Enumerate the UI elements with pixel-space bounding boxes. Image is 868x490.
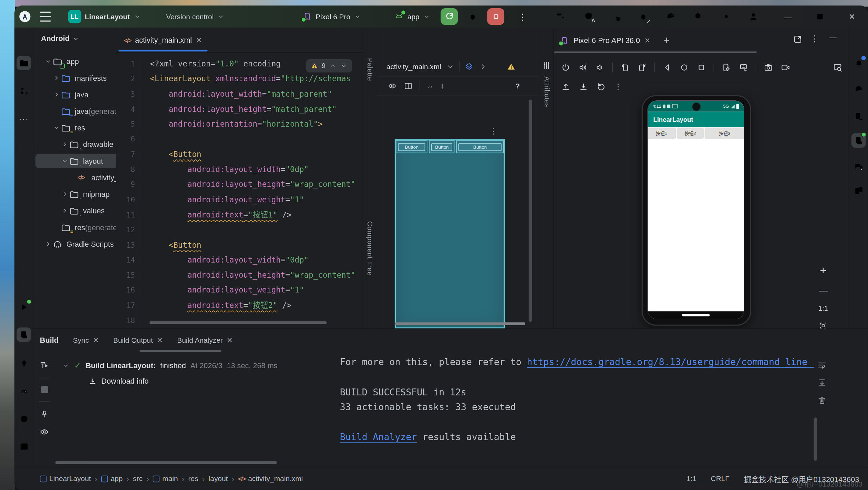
- tree-item-values[interactable]: ◦values: [33, 202, 116, 219]
- device-mirroring-icon[interactable]: [851, 183, 866, 198]
- device-tab-close-icon[interactable]: ✕: [644, 36, 651, 44]
- breadcrumb-item-src[interactable]: src: [133, 475, 143, 483]
- tree-item-gradle-scripts[interactable]: Gradle Scripts: [33, 236, 116, 252]
- gradle-tool-icon[interactable]: [851, 82, 866, 96]
- app-insights-icon[interactable]: [17, 356, 31, 371]
- breadcrumb-item-res[interactable]: res: [188, 475, 198, 483]
- sync-files-icon[interactable]: A: [582, 10, 595, 23]
- more-tool-windows-icon[interactable]: ···: [17, 111, 31, 126]
- build-stop-icon[interactable]: [41, 386, 48, 393]
- line-ending[interactable]: CRLF: [711, 475, 730, 483]
- device-selector[interactable]: Pixel 6 Pro: [302, 6, 361, 28]
- soft-wrap-icon[interactable]: [817, 360, 827, 370]
- editor-hscrollbar[interactable]: [149, 321, 327, 324]
- devices-minimize-icon[interactable]: —: [829, 32, 837, 41]
- design-help[interactable]: ?: [515, 82, 520, 90]
- main-menu-icon[interactable]: [40, 6, 51, 28]
- tab-activity-main-xml[interactable]: </> activity_main.xml ✕: [118, 30, 207, 50]
- build-status-row[interactable]: ✓ Build LinearLayout: finished At 2026/3…: [62, 358, 322, 373]
- design-hscrollbar[interactable]: [395, 322, 525, 325]
- build-project-icon[interactable]: [554, 10, 568, 23]
- palette-label[interactable]: Palette: [366, 58, 374, 81]
- open-in-window-icon[interactable]: [793, 34, 803, 44]
- breadcrumb-item-main[interactable]: main: [153, 475, 178, 483]
- scroll-to-end-icon[interactable]: [817, 378, 827, 388]
- run-tool-icon[interactable]: [17, 300, 31, 314]
- expand-h-icon[interactable]: ↔: [427, 82, 434, 90]
- rerun-button[interactable]: [441, 8, 458, 25]
- notifications-icon[interactable]: [851, 56, 866, 71]
- tree-item-java[interactable]: ✳java (generated): [33, 103, 116, 119]
- attach-debugger-icon[interactable]: ↗: [637, 10, 650, 23]
- console-vscrollbar[interactable]: [814, 417, 817, 460]
- tab-build-output[interactable]: Build Output✕: [113, 336, 163, 344]
- zoom-level[interactable]: 1:1: [818, 305, 828, 313]
- settings-icon[interactable]: [720, 10, 733, 23]
- search-everywhere-icon[interactable]: [692, 10, 705, 23]
- window-maximize-icon[interactable]: [813, 10, 827, 23]
- emulator-button-1[interactable]: 按钮1: [648, 128, 675, 138]
- build-panel-title[interactable]: Build: [40, 336, 59, 344]
- tab-close-icon[interactable]: ✕: [196, 36, 202, 44]
- run-config-selector[interactable]: app: [394, 6, 431, 28]
- blueprint-phone-surface[interactable]: ButtonButtonButton: [395, 139, 505, 329]
- project-widget[interactable]: LL LinearLayout: [68, 6, 141, 28]
- blueprint-button-cell[interactable]: Button: [429, 140, 455, 153]
- new-device-tab-icon[interactable]: +: [664, 34, 670, 46]
- tree-item-app[interactable]: app: [33, 53, 116, 70]
- download-info-row[interactable]: Download info: [62, 373, 322, 389]
- build-tabbar-scroll[interactable]: [140, 350, 221, 352]
- tree-item-res[interactable]: ≡res: [33, 119, 116, 136]
- tree-item-activity-main-xml[interactable]: </>activity_main.xml: [33, 169, 116, 186]
- code-area[interactable]: 1<?xml version="1.0" encoding2<LinearLay…: [116, 56, 362, 329]
- device-manager-icon[interactable]: [851, 109, 866, 124]
- tab-build-analyzer[interactable]: Build Analyzer✕: [177, 336, 232, 344]
- breadcrumb-item-activity-main-xml[interactable]: </>activity_main.xml: [238, 475, 303, 483]
- component-tree-label[interactable]: Component Tree: [366, 221, 374, 276]
- emulator-button-3[interactable]: 按钮3: [705, 128, 744, 138]
- breadcrumb-item-layout[interactable]: layout: [209, 475, 228, 483]
- project-view-selector[interactable]: Android: [41, 34, 80, 43]
- pin-icon[interactable]: [39, 409, 49, 419]
- tree-item-layout[interactable]: ◦layout: [33, 153, 116, 169]
- devices-more-icon[interactable]: ⋮: [810, 33, 819, 44]
- breadcrumb-item-linearlayout[interactable]: LinearLayout: [40, 475, 91, 483]
- profile-icon[interactable]: [747, 10, 760, 23]
- run-more-icon[interactable]: ⋮: [516, 10, 529, 23]
- logcat-tool-icon[interactable]: [17, 384, 31, 398]
- tree-item-manifests[interactable]: manifests: [33, 70, 116, 86]
- caret-position[interactable]: 1:1: [686, 475, 696, 483]
- task-list-icon[interactable]: [609, 10, 622, 23]
- terminal-tool-icon[interactable]: [17, 439, 31, 454]
- resource-manager-icon[interactable]: [17, 84, 31, 98]
- project-tool-icon[interactable]: [17, 56, 31, 70]
- stop-button[interactable]: [487, 8, 504, 25]
- zoom-fit-icon[interactable]: [819, 321, 828, 329]
- inspection-widget[interactable]: 9: [306, 59, 352, 73]
- blueprint-button-cell[interactable]: Button: [396, 140, 427, 153]
- gradle-sync-icon[interactable]: [664, 10, 678, 23]
- zoom-in-icon[interactable]: +: [820, 264, 826, 277]
- blueprint-button-cell[interactable]: Button: [456, 140, 504, 153]
- running-devices-icon[interactable]: [851, 133, 866, 148]
- vcs-widget[interactable]: Version control: [166, 6, 225, 28]
- console-link[interactable]: Build Analyzer: [340, 432, 417, 443]
- android-studio-logo-icon[interactable]: [18, 6, 32, 28]
- tree-item-mipmap[interactable]: ◦mipmap: [33, 186, 116, 202]
- tree-item-res[interactable]: ≡res (generated): [33, 219, 116, 235]
- build-hammer-icon[interactable]: [39, 360, 49, 370]
- filter-eye-icon[interactable]: [39, 427, 49, 437]
- surface-more-icon[interactable]: ⋮: [489, 126, 498, 136]
- attributes-label[interactable]: Attributes: [543, 76, 551, 108]
- build-hscrollbar[interactable]: [55, 461, 277, 464]
- build-console[interactable]: For more on this, please refer to https:…: [340, 354, 814, 462]
- tree-item-java[interactable]: java: [33, 86, 116, 103]
- expand-v-icon[interactable]: ↕: [441, 82, 444, 90]
- design-file-selector[interactable]: activity_main.xml: [386, 62, 441, 71]
- problems-tool-icon[interactable]: [17, 412, 31, 426]
- nav-pill[interactable]: [682, 314, 710, 316]
- gemini-chat-icon[interactable]: [851, 159, 866, 174]
- device-tool-icon[interactable]: [17, 327, 31, 342]
- design-vscrollbar[interactable]: [529, 99, 532, 322]
- window-close-icon[interactable]: ×: [845, 10, 859, 23]
